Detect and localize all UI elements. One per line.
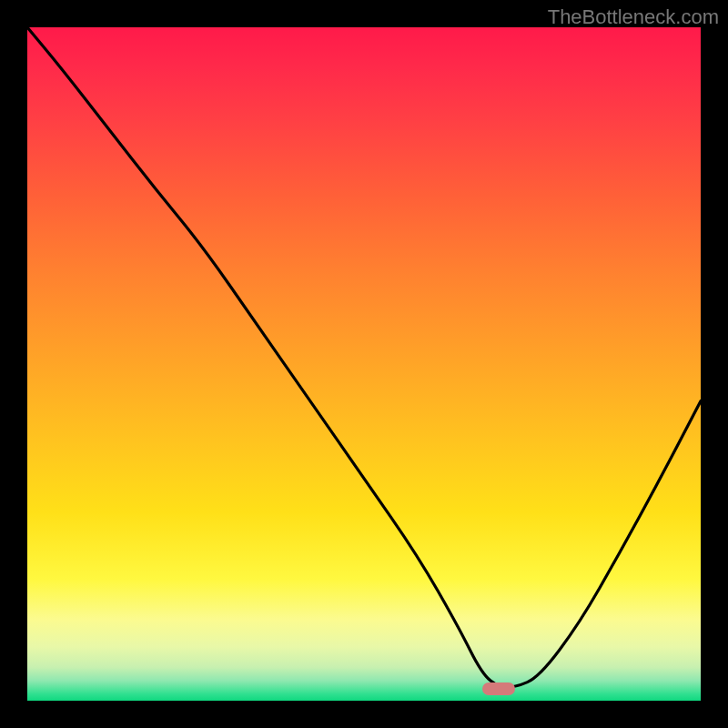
curve-path [27, 27, 701, 687]
bottleneck-curve [27, 27, 701, 701]
watermark-text: TheBottleneck.com [548, 5, 719, 29]
optimum-marker [482, 682, 515, 695]
